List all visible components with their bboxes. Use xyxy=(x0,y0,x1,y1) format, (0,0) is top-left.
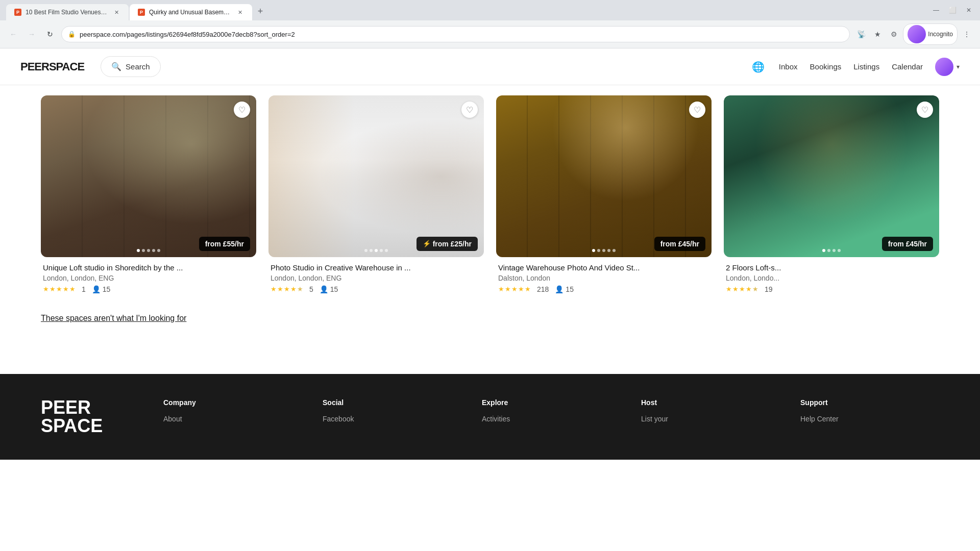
capacity-3: 👤 15 xyxy=(555,285,574,293)
price-badge-1: from £55/hr xyxy=(199,237,250,251)
dot2-3 xyxy=(375,249,378,252)
nav-inbox[interactable]: Inbox xyxy=(779,62,798,71)
listing-image-4 xyxy=(724,95,939,257)
reload-button[interactable]: ↻ xyxy=(43,27,57,41)
peerspace-logo[interactable]: PEERSPACE xyxy=(20,60,84,73)
new-tab-button[interactable]: + xyxy=(253,4,267,18)
listing-location-3: Dalston, London xyxy=(498,274,709,282)
dot3-5 xyxy=(612,249,616,252)
star3: ★ xyxy=(56,285,62,293)
dot2-5 xyxy=(385,249,388,252)
stars-2: ★ ★ ★ ★ ★ xyxy=(271,285,303,293)
price-badge-4: from £45/hr xyxy=(882,237,933,251)
star3-3: ★ xyxy=(511,285,518,293)
footer-item-list-your[interactable]: List your xyxy=(641,415,780,423)
tab-2-close[interactable]: ✕ xyxy=(236,8,244,16)
listing-image-wrapper-3: ♡ from £45/hr xyxy=(496,95,712,257)
listing-card-1[interactable]: ♡ from £55/hr Unique Loft studio in Sho xyxy=(41,95,256,293)
price-value-1: £55/hr xyxy=(223,240,244,248)
footer-item-about[interactable]: About xyxy=(163,415,302,423)
chrome-avatar-inner xyxy=(908,25,926,43)
nav-bookings[interactable]: Bookings xyxy=(810,62,842,71)
dot3-4 xyxy=(607,249,610,252)
tab-1-favicon: P xyxy=(14,9,21,16)
tab-2-favicon: P xyxy=(138,9,145,16)
listing-title-4: 2 Floors Loft-s... xyxy=(726,263,937,272)
stars-4: ★ ★ ★ ★ ★ xyxy=(726,285,758,293)
price-prefix-2: from xyxy=(433,240,449,248)
favorite-button-1[interactable]: ♡ xyxy=(234,102,250,118)
review-count-2: 5 xyxy=(309,285,313,293)
favorite-button-2[interactable]: ♡ xyxy=(461,102,478,118)
footer-item-activities[interactable]: Activities xyxy=(482,415,621,423)
listing-card-4[interactable]: ♡ from £45/hr 2 Floors Loft-s... London,… xyxy=(724,95,939,293)
star2-5: ★ xyxy=(297,285,303,293)
dot2-1 xyxy=(364,249,368,252)
capacity-value-2: 15 xyxy=(330,285,338,293)
capacity-value-3: 15 xyxy=(566,285,574,293)
browser-chrome: P 10 Best Film Studio Venues - Lo... ✕ P… xyxy=(0,0,980,48)
window-controls: — ⬜ ✕ xyxy=(931,5,974,19)
globe-icon[interactable]: 🌐 xyxy=(750,59,767,75)
listing-meta-1: ★ ★ ★ ★ ★ 1 👤 15 xyxy=(43,285,254,293)
profile-button[interactable]: Incognito xyxy=(903,23,958,45)
nav-listings[interactable]: Listings xyxy=(853,62,879,71)
maximize-button[interactable]: ⬜ xyxy=(947,5,958,15)
listing-title-1: Unique Loft studio in Shoreditch by the … xyxy=(43,263,254,272)
footer-item-help-center[interactable]: Help Center xyxy=(800,415,939,423)
listing-image-2 xyxy=(268,95,484,257)
dot-1 xyxy=(137,249,140,252)
listing-card-3[interactable]: ♡ from £45/hr Vintage Warehouse Photo A xyxy=(496,95,712,293)
price-value-2: £25/hr xyxy=(451,240,472,248)
listing-meta-3: ★ ★ ★ ★ ★ 218 👤 15 xyxy=(498,285,709,293)
review-count-4: 19 xyxy=(765,285,773,293)
listing-dots-4 xyxy=(822,249,841,252)
back-button[interactable]: ← xyxy=(6,27,20,41)
footer-list-support: Help Center xyxy=(800,415,939,423)
price-prefix-3: from xyxy=(660,240,676,248)
star2-4: ★ xyxy=(290,285,297,293)
favorite-button-4[interactable]: ♡ xyxy=(917,102,933,118)
dot3-1 xyxy=(592,249,595,252)
star3-2: ★ xyxy=(505,285,511,293)
listings-grid: ♡ from £55/hr Unique Loft studio in Sho xyxy=(41,95,939,293)
footer-heading-company: Company xyxy=(163,398,302,407)
footer-heading-explore: Explore xyxy=(482,398,621,407)
review-count-1: 1 xyxy=(82,285,86,293)
search-button[interactable]: 🔍 Search xyxy=(101,56,161,77)
listing-title-3: Vintage Warehouse Photo And Video St... xyxy=(498,263,709,272)
footer-col-support: Support Help Center xyxy=(800,398,939,435)
listing-image-wrapper-4: ♡ from £45/hr xyxy=(724,95,939,257)
not-looking-link[interactable]: These spaces aren't what I'm looking for xyxy=(41,314,186,323)
extension-icon[interactable]: ⚙ xyxy=(887,27,901,41)
tab-1-close[interactable]: ✕ xyxy=(112,8,120,16)
listing-meta-2: ★ ★ ★ ★ ★ 5 👤 15 xyxy=(271,285,482,293)
listing-meta-4: ★ ★ ★ ★ ★ 19 xyxy=(726,285,937,293)
instant-icon-2: ⚡ xyxy=(423,240,431,247)
incognito-label: Incognito xyxy=(928,31,953,38)
browser-tab-2[interactable]: P Quirky and Unusual Basement S... ✕ xyxy=(130,4,252,20)
listing-location-1: London, London, ENG xyxy=(43,274,254,282)
listing-card-2[interactable]: ♡ ⚡ from £25/hr Photo Studi xyxy=(268,95,484,293)
user-menu[interactable]: ▾ xyxy=(935,58,960,76)
bookmark-icon[interactable]: ★ xyxy=(870,27,885,41)
star5: ★ xyxy=(69,285,76,293)
footer-item-facebook[interactable]: Facebook xyxy=(323,415,461,423)
close-button[interactable]: ✕ xyxy=(964,5,974,15)
listing-dots-1 xyxy=(137,249,160,252)
footer-list-host: List your xyxy=(641,415,780,423)
capacity-2: 👤 15 xyxy=(320,285,338,293)
footer-heading-social: Social xyxy=(323,398,461,407)
browser-tab-1[interactable]: P 10 Best Film Studio Venues - Lo... ✕ xyxy=(6,4,129,20)
nav-calendar[interactable]: Calendar xyxy=(892,62,923,71)
dot4-3 xyxy=(832,249,836,252)
dot2-4 xyxy=(380,249,383,252)
price-prefix-1: from xyxy=(205,240,221,248)
menu-icon[interactable]: ⋮ xyxy=(960,27,974,41)
address-bar[interactable]: 🔒 peerspace.com/pages/listings/62694ef8f… xyxy=(61,26,850,42)
forward-button[interactable]: → xyxy=(24,27,39,41)
cast-icon[interactable]: 📡 xyxy=(854,27,868,41)
favorite-button-3[interactable]: ♡ xyxy=(689,102,705,118)
minimize-button[interactable]: — xyxy=(931,5,941,15)
chrome-profile-avatar xyxy=(908,25,926,43)
